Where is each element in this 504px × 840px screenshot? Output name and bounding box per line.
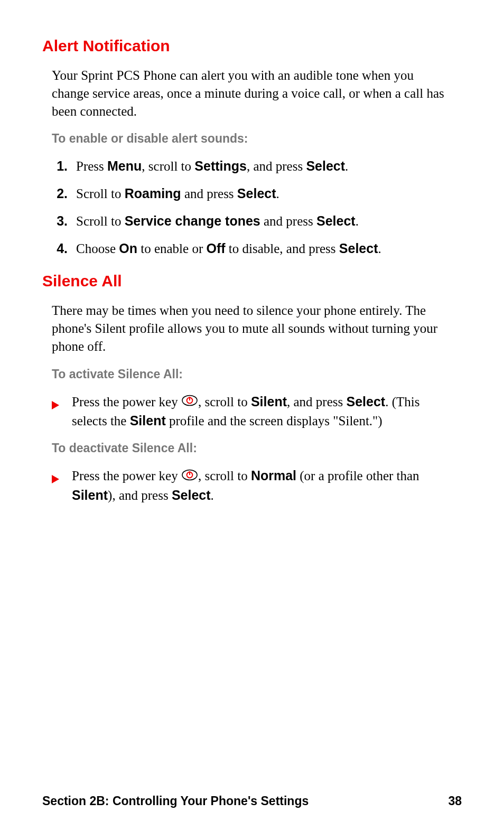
step-text: Scroll to Roaming and press Select. bbox=[76, 185, 452, 203]
step-number: 3. bbox=[52, 212, 76, 230]
alert-steps-list: 1. Press Menu, scroll to Settings, and p… bbox=[52, 157, 452, 257]
footer-section-title: Section 2B: Controlling Your Phone's Set… bbox=[42, 794, 309, 808]
step-text: Scroll to Service change tones and press… bbox=[76, 212, 452, 230]
step-number: 2. bbox=[52, 185, 76, 203]
step-4: 4. Choose On to enable or Off to disable… bbox=[52, 240, 452, 258]
step-2: 2. Scroll to Roaming and press Select. bbox=[52, 185, 452, 203]
alert-intro-paragraph: Your Sprint PCS Phone can alert you with… bbox=[52, 67, 452, 120]
power-key-icon bbox=[181, 468, 198, 486]
power-key-icon bbox=[181, 393, 198, 411]
alert-subhead: To enable or disable alert sounds: bbox=[52, 132, 452, 146]
step-number: 1. bbox=[52, 157, 76, 175]
silence-deactivate-subhead: To deactivate Silence All: bbox=[52, 441, 452, 455]
step-1: 1. Press Menu, scroll to Settings, and p… bbox=[52, 157, 452, 175]
heading-silence-all: Silence All bbox=[42, 272, 462, 290]
silence-activate-subhead: To activate Silence All: bbox=[52, 367, 452, 381]
step-3: 3. Scroll to Service change tones and pr… bbox=[52, 212, 452, 230]
footer-page-number: 38 bbox=[448, 794, 462, 808]
triangle-bullet-icon bbox=[52, 393, 72, 414]
bullet-text: Press the power key , scroll to Normal (… bbox=[72, 467, 452, 504]
list-item: Press the power key , scroll to Silent, … bbox=[52, 393, 452, 430]
step-text: Press Menu, scroll to Settings, and pres… bbox=[76, 157, 452, 175]
step-text: Choose On to enable or Off to disable, a… bbox=[76, 240, 452, 258]
silence-intro-paragraph: There may be times when you need to sile… bbox=[52, 302, 452, 355]
bullet-text: Press the power key , scroll to Silent, … bbox=[72, 393, 452, 430]
heading-alert-notification: Alert Notification bbox=[42, 37, 462, 55]
step-number: 4. bbox=[52, 240, 76, 258]
page-footer: Section 2B: Controlling Your Phone's Set… bbox=[42, 794, 462, 808]
document-page: Alert Notification Your Sprint PCS Phone… bbox=[0, 0, 504, 840]
triangle-bullet-icon bbox=[52, 467, 72, 488]
silence-activate-list: Press the power key , scroll to Silent, … bbox=[52, 393, 452, 430]
silence-deactivate-list: Press the power key , scroll to Normal (… bbox=[52, 467, 452, 504]
list-item: Press the power key , scroll to Normal (… bbox=[52, 467, 452, 504]
